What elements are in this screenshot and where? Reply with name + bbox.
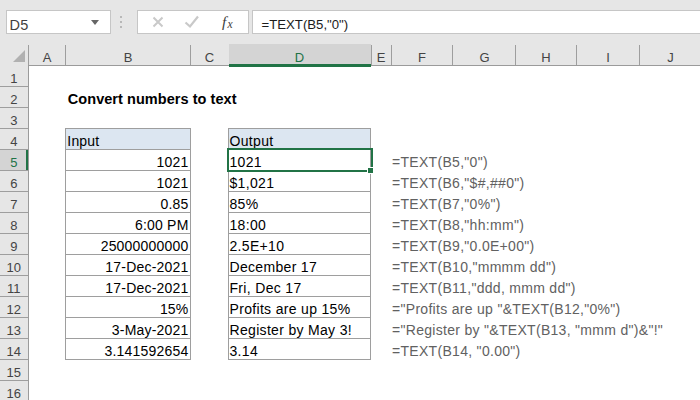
svg-text:x: x (227, 18, 234, 30)
